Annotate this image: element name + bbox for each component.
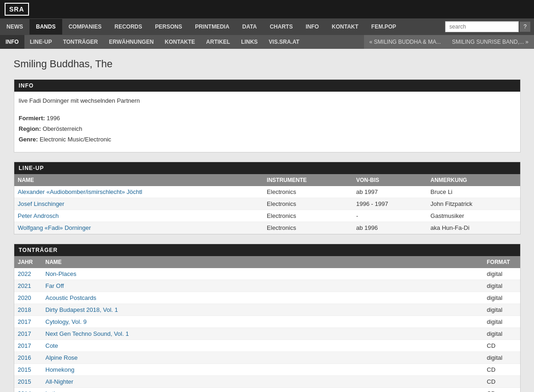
tontraeger-name[interactable]: Cytology, Vol. 9 [42, 316, 483, 328]
search-button[interactable]: ? [520, 22, 530, 32]
table-row: 2020 Acoustic Postcards digital [14, 292, 520, 304]
nav-news[interactable]: NEWS [0, 19, 29, 35]
subnav-info[interactable]: INFO [0, 35, 24, 49]
tontraeger-jahr: 2016 [14, 352, 42, 364]
prev-band-button[interactable]: « SMILING BUDDHA & MA... [364, 35, 446, 49]
tontraeger-format: digital [483, 292, 520, 304]
next-band-button[interactable]: SMILING SUNRISE BAND,... » [446, 35, 534, 49]
tontraeger-format: digital [483, 268, 520, 280]
lineup-anmerkung: Gastmusiker [427, 210, 520, 222]
tontraeger-format: digital [483, 352, 520, 364]
lineup-col-instrumente: INSTRUMENTE [263, 174, 352, 186]
lineup-name[interactable]: Josef Linschinger [14, 198, 264, 210]
table-row: 2022 Non-Places digital [14, 268, 520, 280]
region-label: Region: [19, 125, 41, 132]
lineup-table-header-row: NAME INSTRUMENTE VON-BIS ANMERKUNG [14, 174, 520, 186]
subnav-vissraat[interactable]: VIS.SRA.AT [263, 35, 305, 49]
tontraeger-format: CD [483, 340, 520, 352]
tontraeger-name[interactable]: Homekong [42, 364, 483, 376]
subnav-kontakte[interactable]: KONTAKTE [159, 35, 201, 49]
nav-records[interactable]: RECORDS [108, 19, 148, 35]
lineup-col-name: NAME [14, 174, 264, 186]
lineup-anmerkung: John Fitzpatrick [427, 198, 520, 210]
table-row: 2015 All-Nighter CD [14, 376, 520, 388]
subnav-lineup[interactable]: LINE-UP [24, 35, 58, 49]
info-formiert: Formiert: 1996 [19, 115, 516, 122]
lineup-von-bis: - [352, 210, 427, 222]
tontraeger-name[interactable]: Non-Places [42, 268, 483, 280]
tontraeger-jahr: 2014 [14, 388, 42, 392]
lineup-section-header: LINE-UP [14, 162, 520, 174]
subnav-links[interactable]: LINKS [235, 35, 263, 49]
lineup-name[interactable]: Alexander «Audiobomber/ismirschlecht» Jö… [14, 186, 264, 198]
table-row: 2017 Cytology, Vol. 9 digital [14, 316, 520, 328]
logo[interactable]: SRA [5, 3, 29, 16]
nav-charts[interactable]: CHARTS [263, 19, 299, 35]
formiert-value: 1996 [47, 115, 60, 122]
tontraeger-name[interactable]: All-Nighter [42, 376, 483, 388]
subnav-erwahnungen[interactable]: ERWÄHNUNGEN [103, 35, 159, 49]
info-body: live Fadi Dorninger mit wechselnden Part… [14, 92, 520, 152]
tontraeger-section: TONTRÄGER JAHR NAME FORMAT 2022 Non-Plac… [14, 244, 521, 392]
tontraeger-name[interactable]: Alpine Rose [42, 352, 483, 364]
tontraeger-name[interactable]: Next Gen Techno Sound, Vol. 1 [42, 328, 483, 340]
lineup-instrumente: Electronics [263, 186, 352, 198]
nav-fempop[interactable]: FEM.POP [365, 19, 403, 35]
nav-bands[interactable]: BANDS [29, 19, 62, 35]
nav-kontakt[interactable]: KONTAKT [325, 19, 365, 35]
tontraeger-col-jahr: JAHR [14, 256, 42, 268]
tontraeger-jahr: 2015 [14, 364, 42, 376]
tontraeger-jahr: 2022 [14, 268, 42, 280]
table-row: 2018 Dirty Budapest 2018, Vol. 1 digital [14, 304, 520, 316]
lineup-col-von-bis: VON-BIS [352, 174, 427, 186]
tontraeger-format: CD [483, 388, 520, 392]
lineup-name[interactable]: Peter Androsch [14, 210, 264, 222]
nav-persons[interactable]: PERSONS [148, 19, 188, 35]
table-row: 2016 Alpine Rose digital [14, 352, 520, 364]
info-section-header: INFO [14, 80, 520, 92]
lineup-name[interactable]: Wolfgang «Fadi» Dorninger [14, 222, 264, 234]
tontraeger-col-name: NAME [42, 256, 483, 268]
tontraeger-jahr: 2017 [14, 340, 42, 352]
tontraeger-name[interactable]: Latium [42, 388, 483, 392]
sub-nav: INFO LINE-UP TONTRÄGER ERWÄHNUNGEN KONTA… [0, 35, 534, 49]
info-section: INFO live Fadi Dorninger mit wechselnden… [14, 79, 521, 152]
lineup-von-bis: ab 1996 [352, 222, 427, 234]
page-title: Smiling Buddhas, The [14, 58, 521, 70]
nav-info[interactable]: INFO [299, 19, 325, 35]
table-row: Peter Androsch Electronics - Gastmusiker [14, 210, 520, 222]
tontraeger-jahr: 2021 [14, 280, 42, 292]
tontraeger-jahr: 2015 [14, 376, 42, 388]
tontraeger-jahr: 2018 [14, 304, 42, 316]
lineup-von-bis: 1996 - 1997 [352, 198, 427, 210]
lineup-col-anmerkung: ANMERKUNG [427, 174, 520, 186]
search-input[interactable] [445, 21, 519, 32]
subnav-tontraeger[interactable]: TONTRÄGER [58, 35, 104, 49]
table-row: Wolfgang «Fadi» Dorninger Electronics ab… [14, 222, 520, 234]
table-row: 2014 Latium CD [14, 388, 520, 392]
nav-companies[interactable]: COMPANIES [62, 19, 108, 35]
nav-printmedia[interactable]: PRINTMEDIA [188, 19, 236, 35]
tontraeger-format: digital [483, 280, 520, 292]
table-row: 2021 Far Off digital [14, 280, 520, 292]
tontraeger-name[interactable]: Acoustic Postcards [42, 292, 483, 304]
tontraeger-name[interactable]: Far Off [42, 280, 483, 292]
nav-data[interactable]: DATA [236, 19, 264, 35]
lineup-instrumente: Electronics [263, 222, 352, 234]
lineup-section: LINE-UP NAME INSTRUMENTE VON-BIS ANMERKU… [14, 162, 521, 234]
table-row: 2017 Cote CD [14, 340, 520, 352]
tontraeger-section-header: TONTRÄGER [14, 244, 520, 256]
tontraeger-name[interactable]: Dirty Budapest 2018, Vol. 1 [42, 304, 483, 316]
table-row: Josef Linschinger Electronics 1996 - 199… [14, 198, 520, 210]
tontraeger-format: CD [483, 376, 520, 388]
info-region: Region: Oberösterreich [19, 125, 516, 132]
content-area: Smiling Buddhas, The INFO live Fadi Dorn… [9, 58, 525, 392]
tontraeger-jahr: 2020 [14, 292, 42, 304]
tontraeger-jahr: 2017 [14, 328, 42, 340]
main-nav: NEWS BANDS COMPANIES RECORDS PERSONS PRI… [0, 18, 534, 35]
table-row: 2017 Next Gen Techno Sound, Vol. 1 digit… [14, 328, 520, 340]
subnav-artikel[interactable]: ARTIKEL [200, 35, 235, 49]
tontraeger-table-header-row: JAHR NAME FORMAT [14, 256, 520, 268]
tontraeger-col-format: FORMAT [483, 256, 520, 268]
tontraeger-name[interactable]: Cote [42, 340, 483, 352]
